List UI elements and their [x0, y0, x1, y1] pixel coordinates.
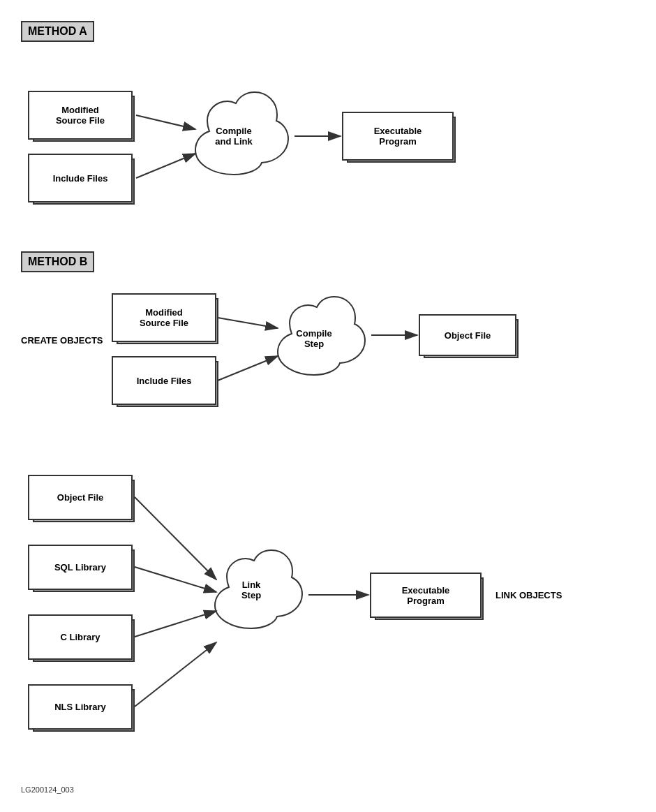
footer-label: LG200124_003 [21, 785, 74, 794]
method-b-include-label: Include Files [137, 376, 192, 386]
link-sql-label: SQL Library [54, 562, 106, 573]
link-object-box: Object File [28, 475, 133, 520]
method-a-exec-box: Executable Program [342, 112, 454, 161]
method-a-label: METHOD A [21, 21, 94, 42]
method-b-compile-label: Compile Step [296, 328, 331, 349]
method-a-exec-label: Executable Program [374, 126, 422, 147]
method-b-source-label: Modified Source File [140, 307, 188, 328]
method-b-object-box: Object File [419, 314, 516, 356]
link-objects-label: LINK OBJECTS [495, 590, 562, 600]
diagram-container: METHOD A Modified Source File Include Fi… [0, 0, 656, 812]
method-b-compile-cloud: Compile Step [258, 290, 370, 387]
method-b-object-label: Object File [445, 330, 491, 341]
link-c-box: C Library [28, 614, 133, 660]
link-nls-box: NLS Library [28, 684, 133, 730]
method-b-include-box: Include Files [112, 356, 216, 405]
method-a-source-box: Modified Source File [28, 91, 133, 140]
method-b-source-box: Modified Source File [112, 293, 216, 342]
method-a-source-label: Modified Source File [56, 105, 105, 126]
method-a-cloud: Compile and Link [174, 84, 293, 189]
link-nls-label: NLS Library [54, 702, 106, 712]
create-objects-label: CREATE OBJECTS [21, 335, 103, 346]
link-c-label: C Library [60, 632, 100, 642]
link-step-label: Link Step [241, 580, 261, 600]
svg-line-12 [135, 642, 216, 707]
method-a-include-box: Include Files [28, 154, 133, 202]
link-exec-label: Executable Program [402, 585, 450, 606]
link-step-cloud: Link Step [195, 538, 307, 642]
method-b-label: METHOD B [21, 251, 94, 272]
link-object-label: Object File [57, 492, 103, 503]
link-sql-box: SQL Library [28, 545, 133, 590]
link-exec-box: Executable Program [370, 573, 482, 618]
method-a-cloud-label: Compile and Link [215, 126, 252, 147]
method-a-include-label: Include Files [53, 173, 108, 184]
